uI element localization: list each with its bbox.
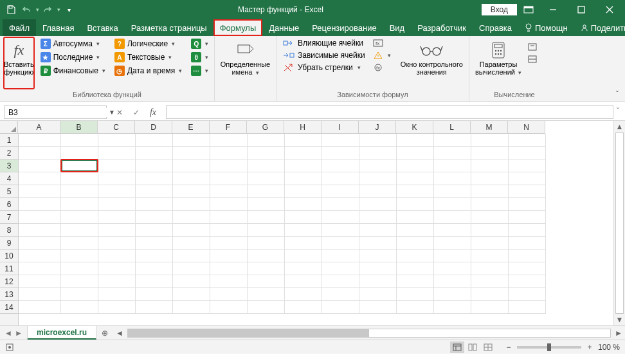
collapse-ribbon-icon[interactable]: ˇ <box>612 89 622 100</box>
calculation-options-button[interactable]: Параметры вычислений ▾ <box>473 37 523 89</box>
datetime-button[interactable]: ◷Дата и время▾ <box>112 64 185 77</box>
zoom-out-button[interactable]: − <box>504 343 513 352</box>
row-header-5[interactable]: 5 <box>0 185 18 198</box>
row-header-12[interactable]: 12 <box>0 275 18 288</box>
tab-page-layout[interactable]: Разметка страницы <box>125 19 213 36</box>
name-box[interactable] <box>5 108 109 117</box>
tab-formulas[interactable]: Формулы <box>213 19 263 36</box>
remove-arrows-button[interactable]: Убрать стрелки▾ <box>280 62 368 73</box>
calc-sheet-button[interactable] <box>525 53 540 65</box>
record-macro-icon[interactable] <box>5 343 14 352</box>
col-header-E[interactable]: E <box>172 121 210 133</box>
col-header-F[interactable]: F <box>210 121 247 133</box>
tab-tell-me[interactable]: Помощн <box>518 19 574 36</box>
cells-area[interactable] <box>19 134 613 325</box>
row-header-1[interactable]: 1 <box>0 134 18 147</box>
minimize-button[interactable] <box>540 1 566 19</box>
row-header-7[interactable]: 7 <box>0 211 18 224</box>
enter-icon[interactable]: ✓ <box>130 106 143 119</box>
evaluate-formula-button[interactable]: fx <box>370 62 394 73</box>
expand-formula-bar-icon[interactable]: ˇ <box>613 104 622 118</box>
zoom-thumb[interactable] <box>547 343 551 351</box>
recent-button[interactable]: ★Последние▾ <box>38 51 108 64</box>
row-header-8[interactable]: 8 <box>0 224 18 237</box>
row-header-10[interactable]: 10 <box>0 250 18 262</box>
vertical-scrollbar[interactable]: ▲ ▼ <box>613 121 625 325</box>
horizontal-scrollbar[interactable]: ◄ ► <box>113 326 625 340</box>
more-functions-button[interactable]: ⋯▾ <box>188 64 211 77</box>
trace-dependents-button[interactable]: Зависимые ячейки <box>280 50 368 61</box>
maximize-button[interactable] <box>568 1 594 19</box>
sheet-prev-icon[interactable]: ◄ <box>4 328 13 338</box>
col-header-B[interactable]: B <box>60 121 98 133</box>
row-header-11[interactable]: 11 <box>0 262 18 275</box>
save-icon[interactable] <box>4 3 18 17</box>
select-all-corner[interactable] <box>0 121 18 134</box>
normal-view-icon[interactable] <box>450 341 464 353</box>
zoom-slider[interactable] <box>517 346 581 349</box>
row-header-3[interactable]: 3 <box>0 159 18 172</box>
tab-help[interactable]: Справка <box>473 19 518 36</box>
tab-view[interactable]: Вид <box>383 19 412 36</box>
tab-developer[interactable]: Разработчик <box>411 19 473 36</box>
tab-data[interactable]: Данные <box>262 19 305 36</box>
sheet-next-icon[interactable]: ► <box>14 328 23 338</box>
ribbon-options-icon[interactable] <box>520 2 538 17</box>
sheet-tab-active[interactable]: microexcel.ru <box>28 326 96 340</box>
text-button[interactable]: AТекстовые▾ <box>112 51 185 64</box>
zoom-in-button[interactable]: + <box>585 343 594 352</box>
signin-button[interactable]: Вход <box>482 4 517 15</box>
undo-dropdown-icon[interactable]: ▾ <box>36 6 39 13</box>
scroll-up-icon[interactable]: ▲ <box>614 121 625 132</box>
col-header-N[interactable]: N <box>508 121 545 133</box>
insert-function-button[interactable]: fx Вставить функцию <box>4 37 34 89</box>
hscroll-left-icon[interactable]: ◄ <box>114 328 125 338</box>
defined-names-button[interactable]: Определенные имена ▾ <box>219 37 272 89</box>
tab-file[interactable]: Файл <box>3 19 36 36</box>
error-checking-button[interactable]: ▾ <box>370 50 394 61</box>
hscroll-thumb[interactable] <box>128 329 369 337</box>
redo-icon[interactable] <box>41 3 55 17</box>
col-header-C[interactable]: C <box>98 121 135 133</box>
tab-home[interactable]: Главная <box>36 19 80 36</box>
col-header-G[interactable]: G <box>247 121 284 133</box>
row-header-9[interactable]: 9 <box>0 237 18 250</box>
calc-now-button[interactable] <box>525 41 540 53</box>
qat-customize-icon[interactable]: ▾ <box>62 3 76 17</box>
col-header-I[interactable]: I <box>322 121 359 133</box>
col-header-J[interactable]: J <box>359 121 396 133</box>
zoom-level[interactable]: 100 % <box>598 343 620 352</box>
formula-input[interactable] <box>166 105 613 119</box>
lookup-button[interactable]: Q▾ <box>188 37 211 50</box>
hscroll-right-icon[interactable]: ► <box>613 328 624 338</box>
row-header-2[interactable]: 2 <box>0 147 18 159</box>
show-formulas-button[interactable]: fx <box>370 37 394 49</box>
math-button[interactable]: θ▾ <box>188 51 211 64</box>
row-header-14[interactable]: 14 <box>0 301 18 314</box>
col-header-M[interactable]: M <box>471 121 508 133</box>
row-header-13[interactable]: 13 <box>0 288 18 301</box>
vscroll-thumb[interactable] <box>615 132 624 314</box>
col-header-D[interactable]: D <box>135 121 172 133</box>
page-layout-view-icon[interactable] <box>466 341 480 353</box>
hscroll-track[interactable] <box>127 329 611 338</box>
tab-review[interactable]: Рецензирование <box>305 19 383 36</box>
trace-precedents-button[interactable]: Влияющие ячейки <box>280 37 368 49</box>
autosum-button[interactable]: ΣАвтосумма▾ <box>38 37 108 50</box>
col-header-H[interactable]: H <box>284 121 322 133</box>
row-header-4[interactable]: 4 <box>0 172 18 185</box>
close-button[interactable] <box>597 1 622 19</box>
cancel-icon[interactable]: ✕ <box>113 106 126 119</box>
watch-window-button[interactable]: Окно контрольного значения <box>399 37 465 89</box>
tab-share[interactable]: Поделиться <box>574 19 625 36</box>
col-header-L[interactable]: L <box>433 121 471 133</box>
col-header-A[interactable]: A <box>18 121 60 133</box>
row-header-6[interactable]: 6 <box>0 198 18 211</box>
financial-button[interactable]: ₽Финансовые▾ <box>38 64 108 77</box>
scroll-down-icon[interactable]: ▼ <box>614 314 625 325</box>
undo-icon[interactable] <box>19 3 33 17</box>
page-break-view-icon[interactable] <box>481 341 495 353</box>
logical-button[interactable]: ?Логические▾ <box>112 37 185 50</box>
col-header-K[interactable]: K <box>396 121 433 133</box>
redo-dropdown-icon[interactable]: ▾ <box>57 6 60 13</box>
